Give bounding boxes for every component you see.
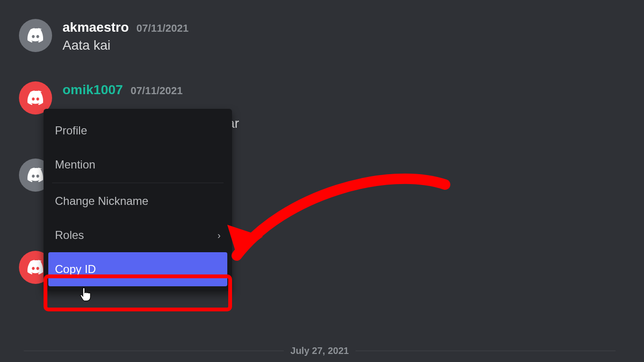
svg-marker-0 [227, 225, 263, 256]
divider-line [356, 351, 616, 351]
menu-item-label: Change Nickname [55, 194, 148, 208]
change-nickname-menu-item[interactable]: Change Nickname [48, 184, 227, 218]
message-timestamp: 07/11/2021 [136, 22, 188, 35]
menu-divider [52, 183, 224, 183]
discord-logo-icon [26, 88, 45, 108]
discord-logo-icon [26, 165, 45, 185]
avatar[interactable] [19, 19, 52, 52]
message-text: Aata kai [63, 38, 188, 53]
menu-item-label: Profile [55, 124, 87, 137]
message-username[interactable]: omik1007 [63, 82, 123, 97]
user-context-menu: Profile Mention Change Nickname Roles › … [44, 109, 232, 291]
annotation-arrow [208, 170, 459, 293]
date-divider-label: July 27, 2021 [284, 345, 355, 356]
message-body: akmaestro 07/11/2021 Aata kai [63, 19, 188, 53]
chat-area: akmaestro 07/11/2021 Aata kai omik1007 0… [0, 0, 644, 362]
message-body: omik1007 07/11/2021 [63, 81, 183, 97]
menu-item-label: Roles [55, 229, 84, 242]
menu-item-label: Copy ID [55, 263, 96, 276]
roles-menu-item[interactable]: Roles › [48, 218, 227, 252]
menu-item-label: Mention [55, 158, 95, 171]
mention-menu-item[interactable]: Mention [48, 148, 227, 182]
copy-id-menu-item[interactable]: Copy ID [48, 252, 227, 286]
divider-line [24, 351, 284, 351]
message-username[interactable]: akmaestro [63, 20, 129, 35]
date-divider: July 27, 2021 [24, 345, 616, 356]
message-timestamp: 07/11/2021 [131, 85, 183, 97]
chat-message: akmaestro 07/11/2021 Aata kai [0, 14, 644, 58]
discord-logo-icon [26, 257, 45, 277]
discord-logo-icon [26, 26, 45, 45]
profile-menu-item[interactable]: Profile [48, 114, 227, 148]
chevron-right-icon: › [217, 230, 221, 241]
